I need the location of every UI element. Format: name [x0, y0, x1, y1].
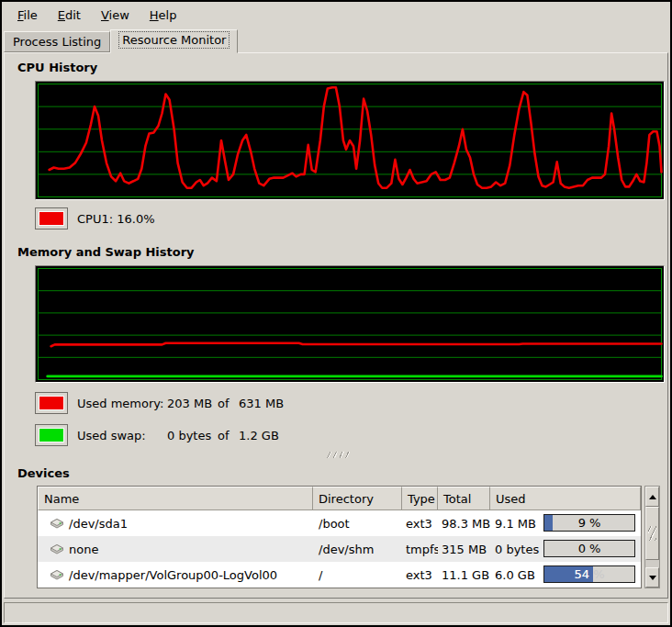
device-row[interactable]: /dev/sda1 /boot ext3 98.3 MB 9.1 MB 9 % …	[38, 510, 641, 536]
device-used: 0 bytes	[495, 543, 539, 556]
harddisk-icon	[50, 518, 64, 530]
memory-of-label: of	[218, 397, 239, 410]
cpu-legend: CPU1: 16.0%	[35, 207, 660, 230]
devices-area: Name Directory Type Total Used /dev/sda1…	[37, 486, 660, 588]
memory-used-value: 203 MB	[167, 397, 218, 410]
cpu1-color-icon	[39, 211, 64, 226]
device-name: /dev/mapper/VolGroup00-LogVol00	[69, 568, 277, 582]
column-header-used[interactable]: Used	[490, 487, 641, 510]
device-total: 11.1 GB	[438, 568, 490, 582]
device-row[interactable]: none /dev/shm tmpfs 315 MB 0 bytes 0 % 0…	[38, 536, 641, 562]
cpu-history-title: CPU History	[17, 61, 660, 74]
usage-progress-bar: 9 % 9 %	[543, 514, 635, 532]
device-type: ext3	[402, 568, 438, 582]
swap-color-icon	[39, 428, 64, 442]
device-type: ext3	[402, 517, 438, 531]
menu-edit[interactable]: Edit	[48, 5, 91, 26]
device-total: 98.3 MB	[438, 517, 490, 531]
device-total: 315 MB	[438, 543, 490, 556]
memory-color-icon	[39, 396, 64, 410]
usage-progress-bar: 54 % 54 %	[543, 565, 635, 583]
down-arrow-icon	[649, 576, 656, 580]
tab-resource-monitor[interactable]: Resource Monitor	[110, 29, 238, 53]
column-header-name[interactable]: Name	[38, 487, 313, 510]
cpu1-color-swatch-button[interactable]	[35, 207, 68, 230]
devices-table-header: Name Directory Type Total Used	[38, 487, 641, 510]
scroll-down-button[interactable]	[645, 567, 659, 588]
swap-legend-row: Used swap: 0 bytes of 1.2 GB	[35, 424, 660, 446]
swap-used-value: 0 bytes	[167, 429, 218, 442]
device-directory: /dev/shm	[313, 543, 402, 556]
device-name: /dev/sda1	[69, 517, 128, 531]
up-arrow-icon	[649, 495, 656, 499]
column-header-total[interactable]: Total	[438, 487, 490, 510]
device-type: tmpfs	[402, 543, 438, 556]
devices-table: Name Directory Type Total Used /dev/sda1…	[37, 486, 642, 588]
device-directory: /	[313, 568, 402, 582]
device-directory: /boot	[313, 517, 402, 531]
device-name: none	[69, 543, 98, 556]
tab-process-listing[interactable]: Process Listing	[4, 31, 110, 52]
usage-percent-label: 9 %	[544, 515, 634, 531]
memory-legend-row: Used memory: 203 MB of 631 MB	[35, 392, 660, 414]
cpu1-legend-label: CPU1: 16.0%	[77, 212, 155, 226]
menubar: FileEditViewHelp	[2, 2, 670, 28]
memory-legend-label: Used memory:	[77, 397, 167, 410]
scrollbar-thumb[interactable]	[645, 507, 659, 560]
memory-color-swatch-button[interactable]	[35, 392, 68, 414]
memory-total-value: 631 MB	[239, 397, 284, 410]
tab-bar: Process Listing Resource Monitor	[2, 28, 670, 52]
devices-scrollbar[interactable]	[644, 486, 660, 588]
column-header-directory[interactable]: Directory	[313, 487, 402, 510]
pane-resize-handle[interactable]	[327, 452, 351, 458]
column-header-type[interactable]: Type	[402, 487, 438, 510]
menu-help[interactable]: Help	[140, 5, 187, 26]
menu-view[interactable]: View	[91, 5, 140, 26]
tab-resource-monitor-label: Resource Monitor	[119, 32, 229, 48]
device-row[interactable]: /dev/mapper/VolGroup00-LogVol00 / ext3 1…	[38, 562, 641, 588]
harddisk-icon	[50, 569, 64, 581]
swap-color-swatch-button[interactable]	[35, 424, 68, 446]
devices-table-body: /dev/sda1 /boot ext3 98.3 MB 9.1 MB 9 % …	[38, 510, 641, 588]
cpu-history-plot	[36, 82, 664, 199]
harddisk-icon	[50, 543, 64, 555]
resource-monitor-page: CPU History CPU1: 16.0% Memory and Swap …	[4, 52, 668, 599]
usage-progress-bar: 0 % 0 %	[543, 540, 635, 557]
statusbar	[4, 602, 668, 623]
menu-file[interactable]: File	[7, 5, 48, 26]
swap-of-label: of	[218, 429, 239, 442]
cpu-history-graph	[35, 81, 665, 200]
memory-swap-history-title: Memory and Swap History	[17, 245, 660, 259]
system-monitor-window: { "menubar": { "items": [ {"label": "Fil…	[0, 0, 672, 627]
devices-title: Devices	[17, 466, 660, 480]
swap-legend-label: Used swap:	[77, 429, 167, 442]
device-used: 9.1 MB	[495, 517, 536, 531]
tab-process-listing-label: Process Listing	[13, 35, 101, 49]
swap-total-value: 1.2 GB	[239, 429, 279, 442]
usage-percent-label: 0 %	[544, 541, 634, 556]
scrollbar-grip-icon	[648, 526, 656, 541]
memory-swap-history-graph	[35, 265, 665, 383]
scroll-up-button[interactable]	[645, 487, 659, 507]
memory-swap-plot	[36, 266, 664, 382]
device-used: 6.0 GB	[495, 568, 535, 582]
